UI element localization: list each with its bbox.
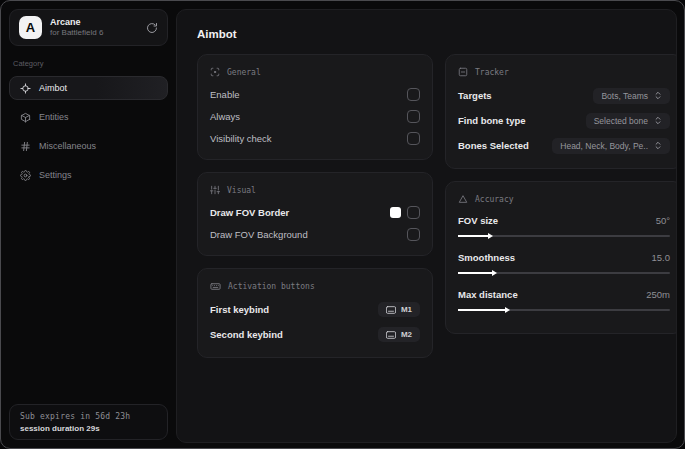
page-title: Aimbot — [197, 28, 666, 40]
max-distance-value: 250m — [646, 289, 670, 300]
chevron-up-down-icon — [654, 116, 662, 125]
bones-selected-select[interactable]: Head, Neck, Body, Pe.. — [552, 138, 670, 154]
general-card: General Enable Always Visibility check — [197, 54, 433, 160]
sidebar-item-settings[interactable]: Settings — [9, 163, 168, 187]
always-label: Always — [210, 111, 240, 122]
sidebar-item-aimbot[interactable]: Aimbot — [9, 76, 168, 100]
slider-fill — [458, 272, 492, 274]
draw-fov-border-checkbox[interactable] — [407, 206, 420, 219]
square-minus-icon — [458, 67, 468, 77]
targets-label: Targets — [458, 90, 492, 101]
max-distance-group: Max distance 250m — [458, 286, 670, 314]
card-title: Accuracy — [475, 195, 514, 204]
second-keybind-label: Second keybind — [210, 329, 283, 340]
keyboard-icon — [386, 331, 396, 339]
enable-checkbox[interactable] — [407, 88, 420, 101]
fov-size-value: 50° — [656, 215, 670, 226]
sidebar-item-miscellaneous[interactable]: Miscellaneous — [9, 134, 168, 158]
sidebar-item-label: Settings — [39, 170, 72, 180]
always-checkbox[interactable] — [407, 110, 420, 123]
sidebar-item-label: Entities — [39, 112, 69, 122]
smoothness-label: Smoothness — [458, 252, 515, 263]
bones-selected-label: Bones Selected — [458, 140, 529, 151]
enable-label: Enable — [210, 89, 240, 100]
app-name: Arcane — [50, 17, 103, 28]
scan-icon — [210, 67, 220, 77]
find-bone-type-select[interactable]: Selected bone — [586, 113, 670, 129]
draw-fov-background-checkbox[interactable] — [407, 228, 420, 241]
gear-icon — [20, 170, 31, 181]
fov-size-slider[interactable] — [458, 231, 670, 240]
keyboard-icon — [386, 306, 396, 314]
max-distance-slider[interactable] — [458, 305, 670, 314]
main-panel: Aimbot General Enable — [176, 9, 677, 443]
sidebar-item-entities[interactable]: Entities — [9, 105, 168, 129]
category-label: Category — [13, 59, 164, 68]
sidebar-item-label: Aimbot — [39, 83, 67, 93]
activation-buttons-card: Activation buttons First keybind M1 Seco… — [197, 268, 433, 358]
app-subtitle: for Battlefield 6 — [50, 28, 103, 38]
chevron-up-down-icon — [654, 141, 662, 150]
crosshair-icon — [20, 83, 31, 94]
keyboard-icon — [210, 281, 221, 292]
visual-card: Visual Draw FOV Border Draw FOV Backgrou… — [197, 172, 433, 256]
grid-icon — [20, 141, 31, 152]
visibility-check-checkbox[interactable] — [407, 132, 420, 145]
smoothness-slider[interactable] — [458, 268, 670, 277]
app-logo: A — [19, 16, 42, 39]
sliders-icon — [210, 185, 220, 195]
first-keybind-label: First keybind — [210, 304, 269, 315]
second-keybind-button[interactable]: M2 — [378, 327, 420, 342]
accuracy-card: Accuracy FOV size 50° — [445, 181, 677, 334]
slider-fill — [458, 309, 505, 311]
max-distance-label: Max distance — [458, 289, 518, 300]
sidebar: A Arcane for Battlefield 6 Category Aimb… — [1, 1, 176, 448]
triangle-icon — [458, 194, 468, 204]
draw-fov-border-label: Draw FOV Border — [210, 207, 289, 218]
card-title: Activation buttons — [228, 282, 315, 291]
smoothness-value: 15.0 — [652, 252, 671, 263]
chevron-up-down-icon — [654, 91, 662, 100]
card-title: General — [227, 68, 261, 77]
slider-fill — [458, 235, 488, 237]
find-bone-type-label: Find bone type — [458, 115, 526, 126]
card-title: Tracker — [475, 68, 509, 77]
card-title: Visual — [227, 186, 256, 195]
tracker-card: Tracker Targets Bots, Teams Find bone ty… — [445, 54, 677, 169]
entities-icon — [20, 112, 31, 123]
smoothness-group: Smoothness 15.0 — [458, 249, 670, 277]
sub-expiry-text: Sub expires in 56d 23h — [20, 412, 157, 421]
session-duration-text: session duration 29s — [20, 424, 157, 433]
fov-size-label: FOV size — [458, 215, 498, 226]
app-header-card: A Arcane for Battlefield 6 — [9, 9, 168, 46]
app-window: A Arcane for Battlefield 6 Category Aimb… — [0, 0, 685, 449]
targets-select[interactable]: Bots, Teams — [593, 88, 670, 104]
refresh-icon[interactable] — [146, 22, 158, 34]
first-keybind-button[interactable]: M1 — [378, 302, 420, 317]
visibility-check-label: Visibility check — [210, 133, 272, 144]
fov-size-group: FOV size 50° — [458, 212, 670, 240]
draw-fov-background-label: Draw FOV Background — [210, 229, 308, 240]
fov-border-color-swatch[interactable] — [390, 207, 401, 218]
sidebar-item-label: Miscellaneous — [39, 141, 96, 151]
subscription-card: Sub expires in 56d 23h session duration … — [9, 404, 168, 440]
